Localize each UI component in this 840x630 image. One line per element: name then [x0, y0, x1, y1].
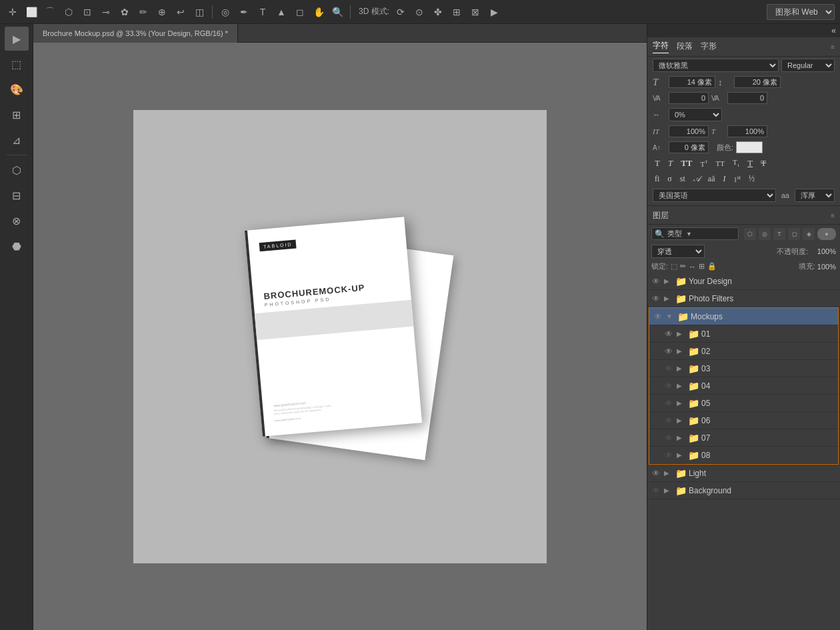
tool-adjustments[interactable]: ⊗	[5, 209, 29, 233]
toolbar-pen-icon[interactable]: ✒	[237, 5, 251, 19]
lock-move-icon[interactable]: ↔	[689, 263, 696, 271]
expand-mockups[interactable]: ▼	[666, 313, 675, 320]
distort-select[interactable]: 0%	[669, 108, 722, 121]
ligature-st-btn[interactable]: st	[678, 173, 687, 185]
filter-shape-icon[interactable]: ◻	[788, 228, 800, 240]
toolbar-lasso-icon[interactable]: ⌒	[43, 5, 57, 19]
filter-pixel-icon[interactable]: ⬡	[744, 228, 756, 240]
layer-06[interactable]: 👁 ▶ 📁 06	[649, 412, 838, 429]
lock-brush-icon[interactable]: ✏	[680, 262, 686, 271]
layer-02[interactable]: 👁 ▶ 📁 02	[649, 343, 838, 360]
lock-all-icon[interactable]: 🔒	[707, 262, 717, 271]
language-select[interactable]: 美国英语	[653, 189, 776, 202]
filter-toggle-icon[interactable]: ●	[817, 228, 836, 240]
tool-frame[interactable]: ⬚	[5, 52, 29, 76]
scale-v-input[interactable]	[669, 125, 709, 137]
toolbar-shape-icon[interactable]: ◻	[293, 5, 307, 19]
text-strikethrough-btn[interactable]: T	[759, 157, 768, 169]
ligature-o-btn[interactable]: σ	[665, 173, 673, 185]
canvas-container[interactable]: TABLOID BROCHUREMOCK-UP PHOTOSHOP PSD ww…	[33, 43, 647, 630]
expand-03[interactable]: ▶	[677, 365, 686, 372]
layer-vis-02[interactable]: 👁	[663, 345, 675, 357]
toolbar-crop-icon[interactable]: ⊡	[80, 5, 95, 19]
text-italic-btn[interactable]: T	[666, 157, 675, 169]
expand-light[interactable]: ▶	[664, 469, 673, 477]
ligature-aa-btn[interactable]: aā	[706, 173, 717, 185]
layer-vis-03[interactable]: 👁	[663, 363, 675, 375]
toolbar-heal-icon[interactable]: ✿	[117, 5, 132, 19]
layer-your-design[interactable]: 👁 ▶ 📁 Your Design	[647, 273, 840, 290]
layer-08[interactable]: 👁 ▶ 📁 08	[649, 447, 838, 464]
layer-vis-mockups[interactable]: 👁	[652, 311, 664, 323]
toolbar-clone-icon[interactable]: ⊕	[155, 5, 169, 19]
tool-layers[interactable]: ⊟	[5, 183, 29, 207]
expand-your-design[interactable]: ▶	[664, 277, 673, 285]
workspace-selector[interactable]: 图形和 Web	[767, 4, 835, 20]
kerning-input[interactable]	[669, 92, 709, 104]
layers-search-box[interactable]: 🔍 类型 ▼	[651, 227, 739, 240]
layer-05[interactable]: 👁 ▶ 📁 05	[649, 395, 838, 412]
canvas-tab[interactable]: Brochure Mockup.psd @ 33.3% (Your Design…	[33, 24, 238, 43]
text-caps-btn[interactable]: TT	[714, 159, 727, 168]
3d-pan-icon[interactable]: ✤	[431, 5, 445, 19]
layer-04[interactable]: 👁 ▶ 📁 04	[649, 377, 838, 395]
expand-background[interactable]: ▶	[664, 487, 673, 494]
toolbar-brush-icon[interactable]: ✏	[136, 5, 151, 19]
text-sub-btn[interactable]: T1	[731, 157, 741, 169]
ligature-half-btn[interactable]: ½	[747, 173, 757, 185]
baseline-input[interactable]	[669, 141, 709, 153]
blend-mode-select[interactable]: 穿透	[651, 245, 705, 258]
layer-07[interactable]: 👁 ▶ 📁 07	[649, 429, 838, 447]
layer-03[interactable]: 👁 ▶ 📁 03	[649, 360, 838, 377]
tool-grid[interactable]: ⊞	[5, 103, 29, 127]
line-height-input[interactable]: 20 像素	[734, 76, 781, 88]
toolbar-dodge-icon[interactable]: ◎	[218, 5, 233, 19]
panel-collapse-btn[interactable]: «	[647, 24, 840, 37]
text-underline-btn[interactable]: T	[745, 157, 755, 169]
layer-vis-background[interactable]: 👁	[650, 485, 662, 497]
3d-video-icon[interactable]: ▶	[487, 5, 501, 19]
tool-color[interactable]: 🎨	[5, 77, 29, 101]
tool-playback[interactable]: ▶	[5, 27, 29, 51]
layer-light[interactable]: 👁 ▶ 📁 Light	[647, 465, 840, 482]
3d-scale-icon[interactable]: ⊠	[468, 5, 483, 19]
toolbar-eyedrop-icon[interactable]: ⊸	[99, 5, 113, 19]
ligature-script-btn[interactable]: 𝒜	[691, 173, 702, 185]
font-size-input[interactable]: 14 像素	[669, 76, 715, 88]
toolbar-gradient-icon[interactable]: ◫	[192, 5, 207, 19]
font-style-select[interactable]: Regular	[781, 59, 835, 72]
text-super-btn[interactable]: TT	[699, 159, 710, 169]
layer-vis-07[interactable]: 👁	[663, 432, 675, 444]
lock-position-icon[interactable]: ⬚	[671, 262, 677, 271]
layer-vis-photo-filters[interactable]: 👁	[650, 293, 662, 305]
ligature-i-btn[interactable]: I	[721, 173, 727, 185]
layer-vis-your-design[interactable]: 👁	[650, 275, 662, 287]
color-swatch[interactable]	[736, 141, 763, 153]
3d-orbit-icon[interactable]: ⟳	[393, 5, 408, 19]
layer-vis-01[interactable]: 👁	[663, 328, 675, 340]
filter-type-icon[interactable]: T	[773, 228, 785, 240]
layer-mockups[interactable]: 👁 ▼ 📁 Mockups	[649, 308, 838, 325]
scale-h-input[interactable]	[727, 125, 767, 137]
tab-glyph[interactable]: 字形	[701, 41, 717, 53]
expand-photo-filters[interactable]: ▶	[664, 295, 673, 302]
layer-vis-light[interactable]: 👁	[650, 467, 662, 479]
expand-08[interactable]: ▶	[677, 451, 686, 459]
filter-adjust-icon[interactable]: ◎	[759, 228, 771, 240]
layer-vis-08[interactable]: 👁	[663, 449, 675, 461]
font-family-select[interactable]: 微软雅黑	[653, 59, 779, 72]
toolbar-select-icon[interactable]: ⬡	[61, 5, 76, 19]
filter-smart-icon[interactable]: ◈	[803, 228, 815, 240]
toolbar-move-icon[interactable]: ✛	[5, 5, 20, 19]
expand-01[interactable]: ▶	[677, 330, 686, 337]
lock-artboard-icon[interactable]: ⊞	[699, 262, 705, 271]
layer-vis-06[interactable]: 👁	[663, 415, 675, 427]
layer-background[interactable]: 👁 ▶ 📁 Background	[647, 482, 840, 499]
toolbar-zoom-icon[interactable]: 🔍	[330, 5, 345, 19]
expand-04[interactable]: ▶	[677, 382, 686, 389]
toolbar-history-icon[interactable]: ↩	[173, 5, 188, 19]
tab-paragraph[interactable]: 段落	[677, 41, 693, 53]
3d-roll-icon[interactable]: ⊙	[412, 5, 427, 19]
3d-slide-icon[interactable]: ⊞	[449, 5, 464, 19]
ligature-1st-btn[interactable]: 1st	[731, 174, 743, 184]
